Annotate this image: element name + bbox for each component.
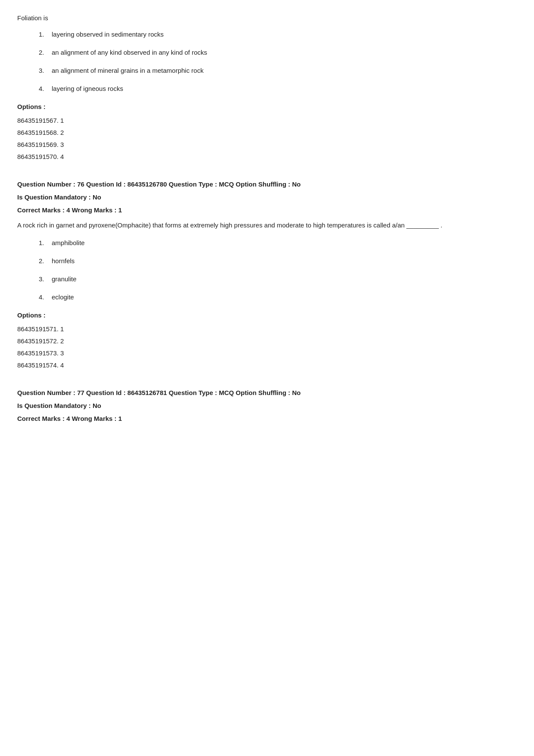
option-text: hornfels bbox=[52, 256, 75, 266]
option-id-76-2: 86435191572. 2 bbox=[17, 336, 517, 346]
list-item: 4. eclogite bbox=[39, 292, 517, 302]
option-id-4: 86435191570. 4 bbox=[17, 152, 517, 162]
list-item: 4. layering of igneous rocks bbox=[39, 84, 517, 94]
option-number: 1. bbox=[39, 238, 52, 248]
option-text: layering observed in sedimentary rocks bbox=[52, 29, 164, 40]
option-number: 2. bbox=[39, 256, 52, 266]
question-77-marks: Correct Marks : 4 Wrong Marks : 1 bbox=[17, 414, 517, 424]
option-number: 3. bbox=[39, 65, 52, 76]
option-number: 3. bbox=[39, 274, 52, 284]
option-id-76-4: 86435191574. 4 bbox=[17, 360, 517, 370]
option-text: an alignment of mineral grains in a meta… bbox=[52, 65, 204, 76]
foliation-section: Foliation is 1. layering observed in sed… bbox=[17, 13, 517, 162]
option-text: amphibolite bbox=[52, 238, 85, 248]
question-77-mandatory: Is Question Mandatory : No bbox=[17, 401, 517, 411]
option-text: an alignment of any kind observed in any… bbox=[52, 47, 207, 58]
options-label: Options : bbox=[17, 102, 517, 112]
option-text: granulite bbox=[52, 274, 77, 284]
option-number: 4. bbox=[39, 84, 52, 94]
question-77-block: Question Number : 77 Question Id : 86435… bbox=[17, 388, 517, 424]
list-item: 3. an alignment of mineral grains in a m… bbox=[39, 65, 517, 76]
option-id-76-3: 86435191573. 3 bbox=[17, 348, 517, 358]
question-76-block: Question Number : 76 Question Id : 86435… bbox=[17, 179, 517, 370]
list-item: 3. granulite bbox=[39, 274, 517, 284]
option-id-1: 86435191567. 1 bbox=[17, 115, 517, 126]
question-76-mandatory: Is Question Mandatory : No bbox=[17, 192, 517, 202]
option-number: 4. bbox=[39, 292, 52, 302]
list-item: 2. an alignment of any kind observed in … bbox=[39, 47, 517, 58]
foliation-options-list: 1. layering observed in sedimentary rock… bbox=[39, 29, 517, 94]
options-label-76: Options : bbox=[17, 310, 517, 320]
question-76-text: A rock rich in garnet and pyroxene(Ompha… bbox=[17, 220, 517, 231]
list-item: 1. amphibolite bbox=[39, 238, 517, 248]
question-76-meta: Question Number : 76 Question Id : 86435… bbox=[17, 179, 517, 190]
foliation-intro: Foliation is bbox=[17, 13, 517, 23]
option-number: 1. bbox=[39, 29, 52, 40]
option-id-76-1: 86435191571. 1 bbox=[17, 324, 517, 334]
option-id-2: 86435191568. 2 bbox=[17, 128, 517, 138]
question-76-marks: Correct Marks : 4 Wrong Marks : 1 bbox=[17, 205, 517, 215]
list-item: 2. hornfels bbox=[39, 256, 517, 266]
list-item: 1. layering observed in sedimentary rock… bbox=[39, 29, 517, 40]
option-number: 2. bbox=[39, 47, 52, 58]
option-text: layering of igneous rocks bbox=[52, 84, 123, 94]
option-id-3: 86435191569. 3 bbox=[17, 140, 517, 150]
option-text: eclogite bbox=[52, 292, 74, 302]
question-76-options-list: 1. amphibolite 2. hornfels 3. granulite … bbox=[39, 238, 517, 302]
question-77-meta: Question Number : 77 Question Id : 86435… bbox=[17, 388, 517, 398]
